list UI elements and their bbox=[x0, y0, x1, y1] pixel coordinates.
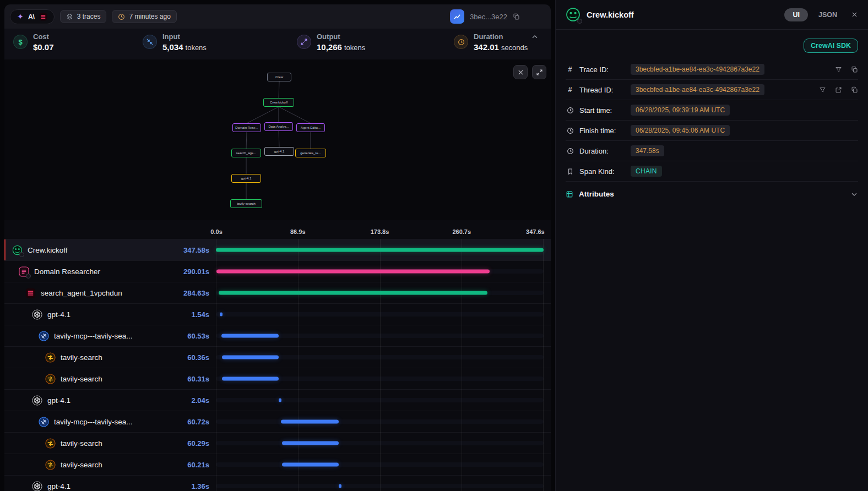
axis-tick: 173.8s bbox=[371, 228, 389, 235]
span-row[interactable]: tavily-mcp---tavily-sea...60.72s bbox=[4, 411, 551, 432]
external-icon[interactable] bbox=[835, 86, 842, 94]
filter-icon[interactable] bbox=[835, 66, 842, 73]
span-row[interactable]: tavily-search60.31s bbox=[4, 368, 551, 389]
metric-label: Input bbox=[162, 32, 207, 41]
graph-node[interactable]: Domain Rese... bbox=[232, 123, 261, 132]
field-value: 06/28/2025, 09:39:19 AM UTC bbox=[631, 105, 730, 116]
attributes-section[interactable]: Attributes bbox=[556, 182, 868, 206]
openai-icon bbox=[32, 309, 42, 320]
crew-icon bbox=[566, 7, 581, 22]
field-label: Thread ID: bbox=[579, 86, 626, 94]
axis-tick: 347.6s bbox=[526, 228, 545, 235]
span-name: search_agent_1vpchdun bbox=[41, 289, 178, 297]
span-bar-lane bbox=[216, 390, 544, 411]
stripes-icon bbox=[25, 288, 36, 298]
chart-button[interactable] bbox=[450, 9, 464, 24]
graph-expand-button[interactable] bbox=[532, 65, 546, 79]
span-duration: 60.29s bbox=[187, 439, 216, 448]
span-bar-lane bbox=[216, 325, 544, 346]
metric-value: 342.01seconds bbox=[474, 42, 528, 52]
tab-ui[interactable]: UI bbox=[784, 8, 808, 21]
traces-badge-label: 3 traces bbox=[77, 13, 101, 20]
hash-icon: # bbox=[566, 66, 574, 73]
span-row[interactable]: tavily-mcp---tavily-sea...60.53s bbox=[4, 325, 551, 346]
time-ago-badge: 7 minutes ago bbox=[112, 10, 176, 23]
span-bar-lane bbox=[216, 433, 544, 454]
field-label: Finish time: bbox=[579, 127, 626, 135]
span-bar-lane bbox=[216, 239, 544, 260]
span-duration: 60.21s bbox=[187, 461, 216, 469]
graph-node[interactable]: tavily-search bbox=[230, 199, 262, 208]
graph-node[interactable]: search_age... bbox=[231, 149, 261, 157]
tavily-icon bbox=[45, 374, 56, 384]
table-icon bbox=[566, 190, 573, 198]
graph-node[interactable]: gpt-4.1 bbox=[231, 174, 261, 183]
output-icon bbox=[297, 35, 311, 49]
span-bar-lane bbox=[216, 261, 544, 282]
filter-icon[interactable] bbox=[819, 86, 826, 94]
graph-node[interactable]: Crew.kickoff bbox=[263, 98, 294, 107]
detail-field-row: Finish time:06/28/2025, 09:45:06 AM UTC bbox=[566, 121, 858, 141]
span-row[interactable]: gpt-4.12.04s bbox=[4, 389, 551, 411]
copy-icon[interactable] bbox=[513, 13, 520, 20]
graph-close-button[interactable] bbox=[513, 65, 528, 79]
span-row[interactable]: tavily-search60.36s bbox=[4, 346, 551, 368]
clock-icon bbox=[566, 107, 574, 114]
tab-json[interactable]: JSON bbox=[818, 11, 837, 19]
traces-badge[interactable]: 3 traces bbox=[60, 10, 107, 23]
timeline-axis: 0.0s86.9s173.8s260.7s347.6s bbox=[4, 220, 551, 239]
bookmark-icon bbox=[566, 168, 574, 175]
panel-title: Crew.kickoff bbox=[587, 10, 634, 19]
span-row[interactable]: search_agent_1vpchdun284.63s bbox=[4, 282, 551, 303]
graph-node[interactable]: Data Analys... bbox=[264, 122, 293, 131]
copy-icon[interactable] bbox=[851, 86, 858, 94]
tavily-icon bbox=[45, 438, 56, 449]
time-ago-label: 7 minutes ago bbox=[129, 13, 170, 20]
span-name: tavily-mcp---tavily-sea... bbox=[54, 332, 182, 340]
span-duration: 1.54s bbox=[191, 310, 216, 319]
graph-node[interactable]: Crew bbox=[267, 73, 291, 81]
panel-close-icon[interactable] bbox=[851, 11, 858, 18]
span-name: tavily-search bbox=[61, 353, 182, 362]
graph-node[interactable]: gpt-4.1 bbox=[264, 147, 294, 156]
span-row[interactable]: Crew.kickoff347.58s bbox=[4, 239, 551, 260]
graph-edges bbox=[4, 59, 551, 220]
mcp-icon bbox=[39, 417, 49, 427]
crew-icon bbox=[12, 245, 23, 255]
span-bar bbox=[339, 484, 341, 488]
logo-pill: ✦ A\ bbox=[10, 9, 55, 24]
graph-node[interactable]: generate_re... bbox=[295, 149, 326, 157]
span-row[interactable]: tavily-search60.21s bbox=[4, 454, 551, 475]
chevron-down-icon[interactable] bbox=[850, 190, 858, 198]
sdk-row: CrewAI SDK bbox=[556, 30, 868, 59]
span-row[interactable]: gpt-4.11.54s bbox=[4, 303, 551, 325]
tavily-icon bbox=[45, 460, 56, 470]
collapse-chevron-icon[interactable] bbox=[531, 33, 539, 41]
graph-node[interactable]: Agent Edito... bbox=[296, 123, 325, 132]
span-duration: 284.63s bbox=[183, 289, 216, 297]
field-value: 06/28/2025, 09:45:06 AM UTC bbox=[631, 125, 730, 136]
span-row[interactable]: Domain Researcher290.01s bbox=[4, 260, 551, 282]
span-name: tavily-mcp---tavily-sea... bbox=[54, 418, 182, 426]
span-bar-lane bbox=[216, 282, 544, 303]
copy-icon[interactable] bbox=[851, 66, 858, 73]
span-bar bbox=[220, 313, 223, 317]
span-duration: 2.04s bbox=[191, 396, 216, 405]
span-bar-lane bbox=[216, 347, 544, 368]
metric-input: Input5,034tokens bbox=[143, 32, 297, 52]
metric-value: $0.07 bbox=[33, 42, 54, 52]
span-row[interactable]: gpt-4.11.36s bbox=[4, 475, 551, 491]
metric-value: 5,034tokens bbox=[162, 42, 207, 52]
field-value: 3becbfed-a1be-ae84-ea3c-4942867a3e22 bbox=[631, 84, 764, 95]
span-duration: 60.53s bbox=[187, 332, 216, 340]
field-label: Start time: bbox=[579, 106, 626, 114]
metrics-bar: $Cost$0.07Input5,034tokensOutput10,266to… bbox=[4, 29, 551, 59]
span-name: tavily-search bbox=[61, 439, 182, 448]
topbar: ✦ A\ 3 traces 7 minutes ago 3bec...3e22 bbox=[4, 4, 551, 29]
trace-card: ✦ A\ 3 traces 7 minutes ago 3bec...3e22 bbox=[4, 4, 551, 491]
trace-graph: CrewCrew.kickoffDomain Rese...Data Analy… bbox=[4, 59, 551, 220]
detail-panel-header: Crew.kickoff UI JSON bbox=[556, 0, 868, 30]
span-row[interactable]: tavily-search60.29s bbox=[4, 432, 551, 454]
span-bar bbox=[282, 463, 339, 467]
clock-icon bbox=[566, 127, 574, 134]
